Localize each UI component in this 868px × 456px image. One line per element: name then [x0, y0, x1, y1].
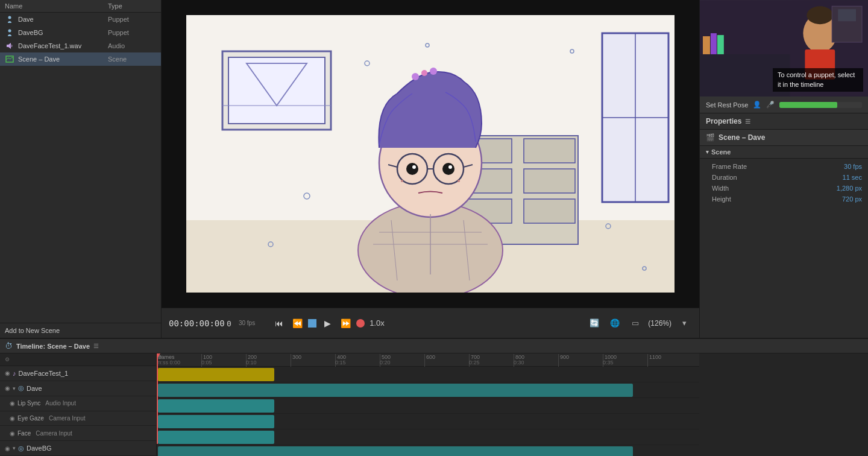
add-to-new-scene-button[interactable]: Add to New Scene: [0, 323, 161, 338]
properties-header: Properties ☰: [700, 113, 868, 130]
properties-menu-icon[interactable]: ☰: [745, 118, 750, 125]
track-row-dave: [157, 382, 699, 398]
scene-section-label: Scene: [711, 148, 731, 156]
ruler-ms-10: 0:10: [246, 359, 257, 366]
scene-icon-small: 🎬: [706, 133, 715, 142]
prop-width-val[interactable]: 1,280 px: [837, 185, 862, 192]
clip-lipsync[interactable]: [158, 399, 274, 413]
track-label-eyegaze[interactable]: ◉ Eye Gaze Camera Input: [0, 411, 156, 426]
playhead-triangle: [157, 353, 160, 358]
clip-face[interactable]: [158, 431, 274, 444]
svg-point-45: [448, 165, 452, 169]
step-forward-button[interactable]: ⏩: [338, 316, 353, 331]
track-row-eyegaze: [157, 414, 699, 429]
tracks-inner: frames 0 100 200 300 400 500 600 700 800…: [157, 353, 699, 456]
timeline-track-area[interactable]: frames 0 100 200 300 400 500 600 700 800…: [157, 353, 868, 456]
track-name-eyegaze: Eye Gaze: [17, 415, 44, 422]
prop-height-val[interactable]: 720 px: [842, 195, 862, 203]
frame-number: 0: [227, 319, 231, 328]
zoom-dropdown-button[interactable]: ▾: [676, 317, 692, 330]
record-button[interactable]: [356, 319, 365, 328]
asset-item-davefacetest[interactable]: DaveFaceTest_1.wav Audio: [0, 39, 161, 52]
svg-point-47: [458, 180, 460, 182]
top-section: Name Type Dave Puppet DaveBG Puppet: [0, 0, 868, 338]
ruler-ms-20: 0:20: [380, 359, 391, 366]
track-name-davefacetest: DaveFaceTest_1: [19, 370, 69, 377]
track-icon-davefacetest: ♪: [13, 370, 16, 377]
track-name-davebg: DaveBG: [27, 445, 52, 452]
track-row-lipsync: [157, 398, 699, 414]
skip-to-start-button[interactable]: ⏮: [272, 316, 286, 331]
loop-button[interactable]: 🔄: [587, 317, 602, 330]
col-type-header: Type: [108, 2, 156, 10]
prop-frame-rate-val[interactable]: 30 fps: [844, 163, 862, 170]
track-eye-dave[interactable]: ◉: [5, 385, 10, 391]
preview-area: [162, 0, 699, 308]
svg-rect-61: [711, 33, 717, 54]
ruler-ms-25: 0:25: [469, 359, 480, 366]
playhead[interactable]: [157, 353, 158, 444]
svg-marker-3: [8, 43, 11, 49]
transport-controls: ⏮ ⏪ ▶ ⏩: [272, 316, 365, 331]
track-eye-eyegaze[interactable]: ◉: [10, 415, 15, 422]
track-label-davefacetest[interactable]: ◉ ♪ DaveFaceTest_1: [0, 366, 156, 381]
view-mode-button[interactable]: ▭: [627, 317, 643, 330]
clip-davebg[interactable]: [158, 446, 633, 456]
svg-point-0: [8, 16, 11, 19]
preview-canvas: [186, 15, 675, 293]
track-row-davefacetest: [157, 367, 699, 382]
clip-eyegaze[interactable]: [158, 415, 274, 428]
track-label-face[interactable]: ◉ Face Camera Input: [0, 426, 156, 441]
svg-point-44: [412, 165, 416, 169]
audio-level-fill: [779, 102, 837, 108]
asset-item-dave[interactable]: Dave Puppet: [0, 13, 161, 26]
track-icon-dave: ◎: [18, 384, 24, 392]
track-label-davebg[interactable]: ◉ ▾ ◎ DaveBG: [0, 441, 156, 456]
properties-table: Frame Rate 30 fps Duration 11 sec Width …: [700, 159, 868, 207]
timeline-settings-icon[interactable]: ⚙: [5, 356, 10, 363]
svg-point-34: [412, 73, 419, 80]
timeline-menu-icon[interactable]: ☰: [93, 343, 99, 349]
track-chevron-davebg[interactable]: ▾: [13, 445, 16, 451]
zoom-level[interactable]: (126%): [648, 319, 671, 328]
prop-duration-val[interactable]: 11 sec: [843, 174, 862, 181]
col-name-header: Name: [5, 2, 108, 10]
track-eye-face[interactable]: ◉: [10, 430, 15, 437]
track-row-face: [157, 429, 699, 445]
rest-pose-label[interactable]: Set Rest Pose: [706, 101, 748, 109]
svg-rect-17: [524, 139, 575, 163]
ruler-ms-5: 0:05: [201, 359, 212, 366]
step-back-button[interactable]: ⏪: [290, 316, 304, 331]
track-sublabel-lipsync: Audio Input: [45, 400, 76, 407]
prop-width-key: Width: [712, 185, 837, 192]
playback-speed: 1.0x: [370, 318, 394, 328]
stop-button[interactable]: [308, 319, 316, 328]
svg-rect-60: [703, 36, 710, 54]
scene-name-row: 🎬 Scene – Dave: [700, 130, 868, 146]
transport-bar: 00:00:00:00 0 30 fps ⏮ ⏪ ▶ ⏩ 1.0x 🔄 🌐 ▭ …: [162, 308, 699, 338]
svg-point-36: [430, 68, 437, 75]
ruler-mark-1100: 1100: [647, 354, 661, 367]
play-button[interactable]: ▶: [320, 316, 335, 331]
svg-rect-2: [7, 45, 8, 47]
track-eye-lipsync[interactable]: ◉: [10, 400, 15, 407]
track-eye-davebg[interactable]: ◉: [5, 445, 10, 452]
chevron-icon[interactable]: ▾: [706, 149, 709, 155]
track-label-lipsync[interactable]: ◉ Lip Sync Audio Input: [0, 396, 156, 411]
asset-name-dave: Dave: [18, 16, 108, 23]
audio-level-bar: [779, 102, 862, 108]
prop-duration-key: Duration: [712, 174, 843, 181]
asset-item-davebg[interactable]: DaveBG Puppet: [0, 26, 161, 39]
safe-zone-button[interactable]: 🌐: [607, 317, 623, 330]
clip-dave[interactable]: [158, 384, 633, 397]
track-label-dave[interactable]: ◉ ▾ ◎ Dave: [0, 381, 156, 396]
clip-davefacetest[interactable]: [158, 368, 274, 381]
svg-rect-19: [524, 169, 575, 193]
prop-duration: Duration 11 sec: [700, 172, 868, 183]
svg-point-46: [401, 180, 403, 182]
track-icon-davebg: ◎: [18, 445, 24, 452]
asset-item-scene-dave[interactable]: Scene – Dave Scene: [0, 52, 161, 66]
track-chevron-dave[interactable]: ▾: [13, 385, 16, 391]
track-eye-davefacetest[interactable]: ◉: [5, 370, 10, 376]
assets-column-header: Name Type: [0, 0, 161, 13]
